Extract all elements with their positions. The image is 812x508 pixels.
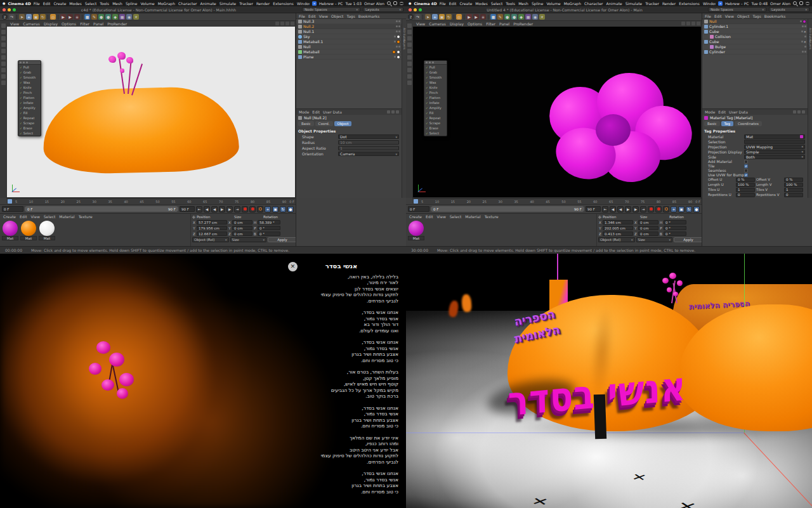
live-selection-icon[interactable]: ➤	[19, 14, 25, 20]
viewport-menu-item[interactable]: Panel	[93, 22, 103, 26]
texture-mode-icon[interactable]	[407, 30, 412, 34]
object-manager-menu-item[interactable]: Object	[737, 14, 750, 18]
snap-icon[interactable]: ◉	[126, 14, 132, 20]
menubar-item[interactable]: Render	[256, 1, 270, 6]
viewport-rotate-icon[interactable]	[691, 22, 695, 25]
redo-icon[interactable]: ↷	[9, 14, 15, 20]
rotation-key-button[interactable]: ↻	[686, 206, 692, 212]
position-x-field[interactable]: 57.277 cm	[197, 220, 227, 225]
workplane-mode-icon[interactable]	[1, 36, 6, 41]
object-row[interactable]: Cube✕	[702, 29, 808, 34]
menubar-item[interactable]: Extensions	[273, 1, 294, 6]
tab-coordinates[interactable]: Coordinates	[735, 121, 762, 126]
object-row[interactable]: Null	[296, 44, 402, 49]
material-menu-item[interactable]: View	[31, 214, 40, 219]
menubar-item[interactable]: Volume	[140, 1, 154, 6]
floating-tool-palette[interactable]: ✓Pull✓Grab✓Smooth✓Wax✓Knife✓Pinch✓Flatte…	[424, 60, 447, 136]
palette-item[interactable]: ✓Pinch	[424, 90, 447, 95]
shape-dropdown[interactable]: Dot▾	[338, 134, 399, 139]
frame-range-slider[interactable]: 0 F90 F	[25, 206, 178, 212]
current-frame-field[interactable]: 0 F	[408, 206, 429, 212]
menubar-item[interactable]: Modes	[475, 1, 487, 6]
palette-item[interactable]: ✓Amplify	[424, 105, 447, 110]
menubar-item[interactable]: File	[34, 1, 40, 6]
menubar-item[interactable]: Animate	[606, 1, 622, 6]
material-menu-item[interactable]: Select	[450, 214, 462, 219]
viewport-menu-item[interactable]: ProRender	[107, 22, 127, 26]
palette-item[interactable]: ✓Fill	[424, 110, 447, 115]
menubar-item[interactable]: Spline	[532, 1, 543, 6]
menubar-item[interactable]: File	[440, 1, 446, 6]
play-backwards-button[interactable]: ◀	[617, 206, 624, 212]
render-picture-viewer-icon[interactable]: ▶	[473, 14, 479, 20]
menubar-item[interactable]: Tools	[100, 1, 109, 6]
rotate-tool-icon[interactable]: ↻	[446, 14, 452, 20]
viewport-solo-icon[interactable]	[407, 68, 412, 72]
object-row[interactable]: Metaball	[296, 49, 402, 55]
layouts-dropdown[interactable]: Layouts▾	[769, 7, 809, 12]
close-window-button[interactable]	[3, 8, 6, 11]
material-menu-item[interactable]: Select	[44, 214, 56, 219]
edges-mode-icon[interactable]	[407, 49, 412, 53]
object-manager-menu-item[interactable]: File	[705, 14, 711, 18]
menubar-item[interactable]: Simulate	[219, 1, 237, 6]
menubar-item[interactable]: Mesh	[518, 1, 528, 6]
node-spaces-dropdown[interactable]: Node Spaces▾	[708, 7, 766, 12]
snapping-icon[interactable]	[1, 74, 6, 79]
menubar-item[interactable]: Edit	[43, 1, 51, 6]
viewport-menu-item[interactable]: Panel	[499, 22, 509, 26]
input-source-label[interactable]: Hebrew – PC	[319, 1, 343, 6]
points-mode-icon[interactable]	[407, 42, 412, 47]
point-level-animation-button[interactable]: ●	[287, 206, 294, 212]
viewport-toggle-icon[interactable]	[291, 22, 294, 25]
object-manager-menu-item[interactable]: Edit	[714, 14, 722, 18]
palette-item[interactable]: ✓Amplify	[18, 105, 41, 110]
z-axis-lock-button[interactable]: Z	[408, 14, 414, 20]
render-picture-viewer-icon[interactable]: ▶	[67, 14, 73, 20]
object-manager-menu-item[interactable]: Tags	[752, 14, 761, 18]
attribute-menu-item[interactable]: User Data	[323, 110, 342, 114]
menubar-item[interactable]: Edit	[449, 1, 457, 6]
viewport-menu-item[interactable]: Filter	[486, 22, 495, 26]
radius-field[interactable]: 10 cm	[338, 140, 399, 145]
material-menu-item[interactable]: Create	[3, 214, 16, 219]
position-z-field[interactable]: 0.413 cm	[603, 231, 633, 236]
viewport-solo-icon[interactable]	[1, 68, 6, 72]
add-generator-icon[interactable]: ●	[98, 14, 104, 20]
rotation-h-field[interactable]: 0 °	[664, 220, 686, 225]
locked-workplane-icon[interactable]	[1, 81, 6, 85]
menubar-item[interactable]: Tracker	[645, 1, 659, 6]
timeline-playhead[interactable]	[414, 199, 418, 204]
goto-start-button[interactable]: ⇤	[196, 206, 202, 212]
tab-basic[interactable]: Basic	[298, 121, 314, 126]
size-z-field[interactable]: 0 cm	[232, 231, 252, 236]
z-axis-lock-button[interactable]: Z	[2, 14, 8, 20]
object-row[interactable]: Null.3	[296, 19, 402, 24]
palette-item[interactable]: ✓Flatten	[424, 95, 447, 100]
apply-button[interactable]: Apply	[674, 237, 703, 242]
position-y-field[interactable]: 202.005 cm	[603, 226, 633, 230]
notification-center-icon[interactable]	[806, 2, 809, 5]
material-menu-item[interactable]: Edit	[426, 214, 433, 219]
tile-checkbox[interactable]: ✓	[744, 164, 748, 168]
palette-item[interactable]: ✓Knife	[424, 85, 447, 90]
enable-axis-icon[interactable]	[407, 62, 412, 66]
render-view-icon[interactable]: ▶	[466, 14, 472, 20]
viewport[interactable]: ViewCamerasDisplayOptionsFilterPanelProR…	[412, 21, 702, 198]
node-spaces-dropdown[interactable]: Node Spaces▾	[302, 7, 360, 12]
menubar-item[interactable]: Tracker	[239, 1, 253, 6]
object-manager-menu-item[interactable]: Tags	[346, 14, 355, 18]
search-icon[interactable]	[793, 1, 797, 5]
length-v-field[interactable]: 100 %	[784, 183, 803, 187]
viewport-canvas[interactable]	[413, 27, 701, 197]
menubar-item[interactable]: MoGraph	[158, 1, 175, 6]
repetitions-u-field[interactable]: 0	[736, 193, 755, 197]
rotation-b-field[interactable]: 0 °	[258, 231, 280, 236]
previous-key-button[interactable]: ◀	[204, 206, 210, 212]
play-backwards-button[interactable]: ◀	[211, 206, 218, 212]
move-tool-icon[interactable]: +	[26, 14, 32, 20]
live-selection-icon[interactable]: ➤	[425, 14, 431, 20]
search-icon[interactable]	[387, 1, 391, 5]
viewport[interactable]: ViewCamerasDisplayOptionsFilterPanelProR…	[6, 21, 296, 198]
viewport-menu-item[interactable]: Cameras	[23, 22, 40, 26]
